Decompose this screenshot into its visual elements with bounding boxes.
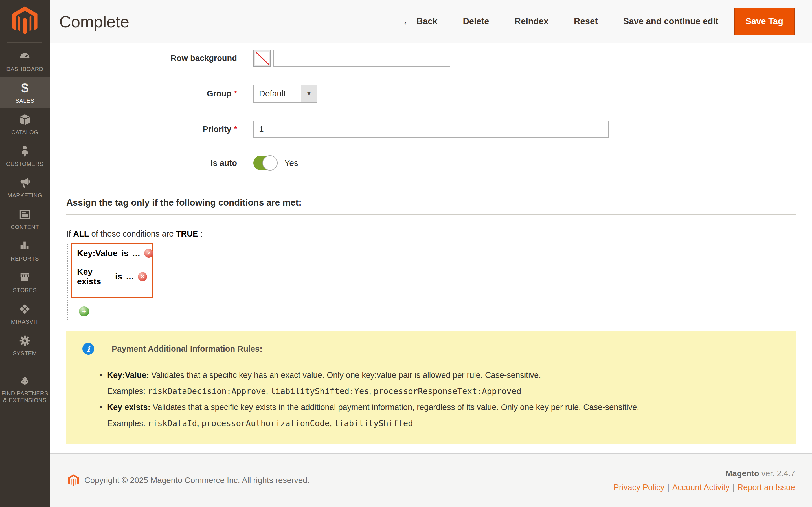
is-auto-toggle[interactable] xyxy=(253,156,277,170)
reset-button[interactable]: Reset xyxy=(574,16,598,26)
stores-icon xyxy=(1,271,49,285)
row-background-field-row: Row background xyxy=(66,50,796,66)
sidebar-logo-divider xyxy=(7,42,42,43)
sidebar-item-content[interactable]: CONTENT xyxy=(0,203,50,235)
delete-button[interactable]: Delete xyxy=(463,16,489,26)
bullet-icon: • xyxy=(99,399,102,415)
payment-rules-notice: i Payment Additional Information Rules: … xyxy=(66,331,796,444)
required-asterisk: * xyxy=(234,125,237,133)
reports-icon xyxy=(1,239,49,253)
sales-icon: $ xyxy=(1,81,49,95)
catalog-icon xyxy=(1,113,49,127)
priority-label: Priority* xyxy=(66,125,237,134)
back-button[interactable]: ← Back xyxy=(402,16,437,27)
report-an-issue-link[interactable]: Report an Issue xyxy=(737,483,795,492)
magento-logo[interactable] xyxy=(0,0,50,42)
priority-field-row: Priority* xyxy=(66,121,796,137)
rule-key-value: • Key:Value: Validates that a specific k… xyxy=(107,367,784,383)
page-header: Complete ← Back Delete Reindex Reset Sav… xyxy=(50,0,812,44)
admin-sidebar: DASHBOARD $ SALES CATALOG CUSTOMERS MARK… xyxy=(0,0,50,507)
privacy-policy-link[interactable]: Privacy Policy xyxy=(614,483,665,492)
add-condition-icon[interactable]: + xyxy=(79,306,89,317)
dashboard-icon xyxy=(1,50,49,63)
sidebar-section-divider xyxy=(8,365,42,365)
save-and-continue-button[interactable]: Save and continue edit xyxy=(623,16,719,26)
rule-key-exists: • Key exists: Validates that a specific … xyxy=(107,399,784,415)
sidebar-item-customers[interactable]: CUSTOMERS xyxy=(0,140,50,171)
row-background-input[interactable] xyxy=(273,50,450,66)
account-activity-link[interactable]: Account Activity xyxy=(672,483,729,492)
condition-row-key-exists[interactable]: Key exists is ... ✕ xyxy=(77,267,147,286)
is-auto-state: Yes xyxy=(284,158,298,168)
sidebar-item-find-partners[interactable]: FIND PARTNERS & EXTENSIONS xyxy=(0,370,50,408)
required-asterisk: * xyxy=(234,89,237,98)
priority-input[interactable] xyxy=(253,121,609,137)
conditions-intro: If ALL of these conditions are TRUE : xyxy=(66,229,796,238)
conditions-value[interactable]: TRUE xyxy=(176,229,198,238)
group-field-row: Group* Default ▼ xyxy=(66,84,796,103)
remove-condition-icon[interactable]: ✕ xyxy=(144,249,153,258)
sidebar-item-mirasvit[interactable]: MIRASVIT xyxy=(0,298,50,329)
remove-condition-icon[interactable]: ✕ xyxy=(138,272,147,281)
no-color-icon xyxy=(255,52,269,65)
sidebar-item-stores[interactable]: STORES xyxy=(0,266,50,298)
mirasvit-icon xyxy=(1,302,49,316)
notice-title: Payment Additional Information Rules: xyxy=(112,344,262,354)
sidebar-item-sales[interactable]: $ SALES xyxy=(0,77,50,108)
condition-row-key-value[interactable]: Key:Value is ... ✕ xyxy=(77,248,147,258)
sidebar-item-dashboard[interactable]: DASHBOARD xyxy=(0,45,50,77)
toggle-knob xyxy=(262,155,278,171)
rule-key-exists-examples: Examples: riskDataId, processorAuthoriza… xyxy=(107,415,784,432)
back-arrow-icon: ← xyxy=(402,16,412,27)
page-footer: Copyright © 2025 Magento Commerce Inc. A… xyxy=(50,453,812,507)
content-icon xyxy=(1,208,49,221)
system-icon xyxy=(1,334,49,348)
color-swatch-button[interactable] xyxy=(253,50,271,66)
tag-edit-form: Row background Group* Default ▼ Priority… xyxy=(50,44,812,453)
rule-key-value-examples: Examples: riskDataDecision:Approve, liab… xyxy=(107,383,784,399)
sidebar-item-marketing[interactable]: MARKETING xyxy=(0,171,50,203)
customers-icon xyxy=(1,145,49,158)
info-icon: i xyxy=(83,343,94,355)
version-text: Magento ver. 2.4.7 xyxy=(614,469,795,478)
group-label: Group* xyxy=(66,89,237,98)
bullet-icon: • xyxy=(99,367,102,383)
conditions-section-heading: Assign the tag only if the following con… xyxy=(66,198,796,208)
copyright-text: Copyright © 2025 Magento Commerce Inc. A… xyxy=(85,476,310,485)
sidebar-item-system[interactable]: SYSTEM xyxy=(0,329,50,361)
extensions-icon xyxy=(1,374,49,388)
is-auto-field-row: Is auto Yes xyxy=(66,156,796,170)
header-actions: ← Back Delete Reindex Reset Save and con… xyxy=(402,8,795,35)
section-divider xyxy=(66,214,796,215)
conditions-aggregator[interactable]: ALL xyxy=(73,229,89,238)
marketing-icon xyxy=(1,176,49,190)
conditions-group-box: Key:Value is ... ✕ Key exists is ... ✕ xyxy=(71,243,153,298)
row-background-label: Row background xyxy=(66,54,237,63)
page-title: Complete xyxy=(59,12,129,31)
sidebar-menu: DASHBOARD $ SALES CATALOG CUSTOMERS MARK… xyxy=(0,45,50,408)
conditions-tree: Key:Value is ... ✕ Key exists is ... ✕ + xyxy=(67,242,796,320)
save-tag-button[interactable]: Save Tag xyxy=(734,8,795,35)
reindex-button[interactable]: Reindex xyxy=(515,16,549,26)
sidebar-item-catalog[interactable]: CATALOG xyxy=(0,108,50,140)
sidebar-item-reports[interactable]: REPORTS xyxy=(0,235,50,266)
footer-links: Privacy Policy|Account Activity|Report a… xyxy=(614,483,795,492)
group-select[interactable]: Default ▼ xyxy=(253,84,317,103)
chevron-down-icon[interactable]: ▼ xyxy=(301,85,317,102)
magento-footer-logo xyxy=(68,474,79,487)
is-auto-label: Is auto xyxy=(66,159,237,168)
